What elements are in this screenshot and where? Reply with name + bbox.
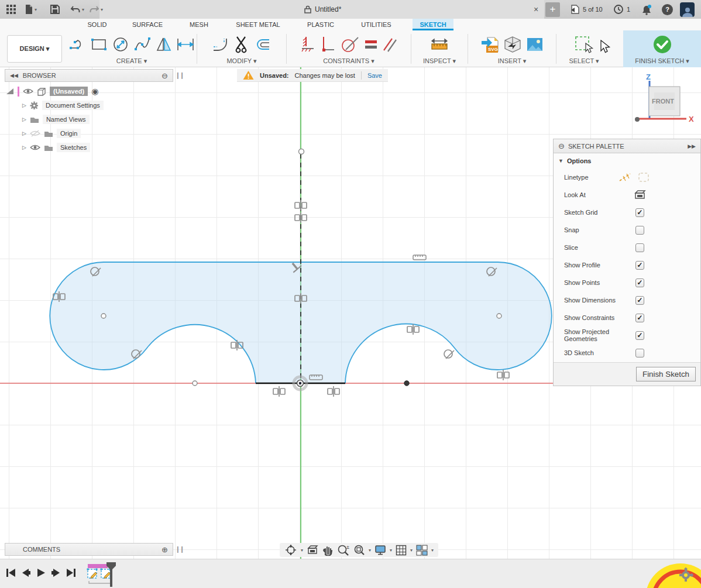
- comments-panel-header[interactable]: COMMENTS ⊕: [5, 543, 173, 556]
- tab-sketch[interactable]: SKETCH: [413, 19, 453, 30]
- rectangle-tool-icon[interactable]: [91, 36, 108, 53]
- show-points-checkbox[interactable]: ✓: [635, 278, 644, 287]
- insert-svg-icon[interactable]: SVG: [480, 35, 499, 54]
- comments-add-icon[interactable]: ⊕: [161, 545, 168, 554]
- projected-linetype-icon[interactable]: [637, 171, 651, 183]
- tab-surface[interactable]: SURFACE: [129, 19, 166, 30]
- 3d-sketch-checkbox[interactable]: [635, 349, 644, 357]
- fit-zoom-icon[interactable]: [353, 544, 365, 556]
- step-back-icon[interactable]: [21, 568, 31, 578]
- visibility-eye-icon[interactable]: [30, 144, 40, 151]
- comments-resize-handle[interactable]: ❙❙: [175, 545, 183, 553]
- browser-item-document-settings[interactable]: ▷ Document Settings: [22, 99, 104, 111]
- undo-button[interactable]: ▾: [70, 2, 84, 16]
- select-menu-label[interactable]: SELECT ▾: [569, 57, 599, 67]
- timeline-position-slider[interactable]: [105, 562, 117, 588]
- mirror-tool-icon[interactable]: [156, 36, 172, 53]
- zoom-icon[interactable]: ±: [337, 544, 350, 556]
- browser-item-label[interactable]: Document Settings: [42, 101, 104, 110]
- save-link[interactable]: Save: [367, 72, 382, 79]
- notification-center[interactable]: 1: [613, 0, 630, 19]
- parallel-constraint-icon[interactable]: [382, 36, 397, 53]
- sketch-feature-icon[interactable]: [87, 569, 98, 579]
- expand-arrow-icon[interactable]: ▷: [22, 145, 26, 150]
- options-section-header[interactable]: ▼Options: [554, 153, 700, 169]
- browser-minus-icon[interactable]: ⊖: [161, 71, 168, 80]
- expand-arrow-icon[interactable]: ▷: [22, 102, 26, 108]
- browser-resize-handle[interactable]: ❙❙: [175, 71, 183, 79]
- browser-item-label[interactable]: Origin: [57, 129, 81, 138]
- finish-sketch-button[interactable]: Finish Sketch: [636, 367, 696, 381]
- dimension-tool-icon[interactable]: [176, 36, 195, 53]
- palette-minus-icon[interactable]: ⊖: [558, 142, 565, 150]
- snap-checkbox[interactable]: [635, 226, 644, 235]
- horizontal-vertical-constraint-icon[interactable]: [300, 36, 317, 53]
- save-icon[interactable]: [50, 2, 60, 16]
- file-menu-button[interactable]: ▾: [25, 2, 37, 16]
- pan-hand-icon[interactable]: [322, 544, 334, 556]
- avatar[interactable]: [680, 2, 695, 17]
- equal-constraint-icon[interactable]: [364, 38, 378, 51]
- spline-tool-icon[interactable]: [134, 36, 152, 53]
- browser-root-row[interactable]: (Unsaved) ◉: [6, 85, 98, 97]
- finish-sketch-label[interactable]: FINISH SKETCH ▾: [635, 57, 689, 67]
- step-forward-icon[interactable]: [51, 568, 61, 578]
- look-at-icon[interactable]: [634, 190, 647, 200]
- browser-collapse-icon[interactable]: ◀◀: [10, 73, 18, 78]
- browser-panel-header[interactable]: ◀◀ BROWSER ⊖: [5, 69, 173, 82]
- browser-item-label[interactable]: Sketches: [57, 143, 90, 152]
- tab-plastic[interactable]: PLASTIC: [303, 19, 338, 30]
- select-tool-icon[interactable]: [574, 35, 594, 54]
- viewcube-face-label[interactable]: FRONT: [652, 98, 674, 105]
- look-at-icon[interactable]: [307, 545, 318, 555]
- browser-item-origin[interactable]: ▷ Origin: [22, 128, 81, 139]
- create-menu-label[interactable]: CREATE ▾: [116, 57, 147, 67]
- circle-tool-icon[interactable]: [112, 36, 130, 53]
- root-document-label[interactable]: (Unsaved): [50, 87, 88, 96]
- tab-sheet-metal[interactable]: SHEET METAL: [231, 19, 286, 30]
- viewports-icon[interactable]: [416, 545, 428, 556]
- new-tab-button[interactable]: +: [545, 2, 560, 17]
- skip-to-end-icon[interactable]: [66, 568, 76, 578]
- redo-button[interactable]: ▾: [89, 2, 103, 16]
- insert-menu-label[interactable]: INSERT ▾: [498, 57, 527, 67]
- visibility-eye-icon[interactable]: [23, 88, 33, 95]
- measure-tool-icon[interactable]: [429, 36, 449, 53]
- insert-mesh-icon[interactable]: [503, 35, 522, 54]
- browser-item-sketches[interactable]: ▷ Sketches: [22, 142, 90, 153]
- play-icon[interactable]: [36, 568, 46, 578]
- line-tool-icon[interactable]: [69, 36, 87, 53]
- palette-expand-icon[interactable]: ▶▶: [688, 143, 696, 149]
- inspect-menu-label[interactable]: INSPECT ▾: [423, 57, 456, 67]
- tab-utilities[interactable]: UTILITIES: [356, 19, 397, 30]
- tangent-constraint-icon[interactable]: [340, 36, 360, 53]
- browser-item-label[interactable]: Named Views: [43, 115, 90, 124]
- construction-linetype-icon[interactable]: [618, 171, 633, 183]
- browser-item-named-views[interactable]: ▷ Named Views: [22, 114, 90, 125]
- tab-solid[interactable]: SOLID: [82, 19, 112, 30]
- sketch-grid-checkbox[interactable]: ✓: [635, 208, 644, 217]
- job-status[interactable]: 5 of 10: [571, 0, 603, 19]
- activate-radio-icon[interactable]: ◉: [91, 87, 98, 96]
- show-constraints-checkbox[interactable]: ✓: [635, 314, 644, 322]
- help-icon[interactable]: ?: [662, 4, 673, 15]
- app-grid-icon[interactable]: [6, 2, 16, 16]
- expand-triangle-icon[interactable]: [6, 88, 14, 95]
- modify-menu-label[interactable]: MODIFY ▾: [226, 57, 256, 67]
- constraints-menu-label[interactable]: CONSTRAINTS ▾: [323, 57, 374, 67]
- slice-checkbox[interactable]: [635, 243, 644, 252]
- show-projected-geometries-checkbox[interactable]: ✓: [635, 331, 644, 340]
- show-dimensions-checkbox[interactable]: ✓: [635, 296, 644, 305]
- coincident-constraint-icon[interactable]: [321, 36, 336, 53]
- grid-settings-icon[interactable]: [396, 545, 407, 556]
- skip-to-start-icon[interactable]: [6, 568, 16, 578]
- expand-arrow-icon[interactable]: ▷: [22, 130, 26, 136]
- trim-tool-icon[interactable]: [233, 36, 250, 53]
- view-cube[interactable]: Z FRONT X: [632, 70, 701, 126]
- offset-tool-icon[interactable]: [254, 37, 272, 52]
- insert-canvas-icon[interactable]: [526, 37, 544, 52]
- palette-header[interactable]: ⊖ SKETCH PALETTE ▶▶: [554, 139, 700, 153]
- bell-icon[interactable]: [641, 0, 652, 19]
- fillet-tool-icon[interactable]: [212, 36, 229, 53]
- orbit-icon[interactable]: [284, 544, 297, 556]
